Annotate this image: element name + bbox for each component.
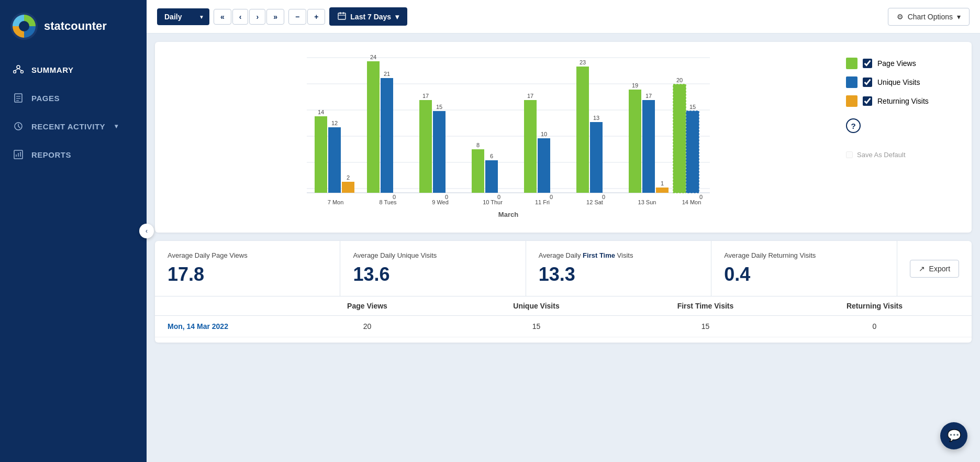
- bar-14mon-pv: [673, 84, 686, 193]
- chart-options-label: Chart Options: [908, 13, 953, 21]
- legend-label-unique-visits: Unique Visits: [877, 78, 920, 86]
- stat-avg-first-time-bold: First Time: [583, 251, 615, 259]
- collapse-icon: ‹: [146, 227, 148, 235]
- svg-text:15: 15: [689, 104, 696, 110]
- bar-7mon-pv: [315, 116, 327, 193]
- svg-text:7 Mon: 7 Mon: [328, 199, 344, 205]
- sidebar: statcounter SUMMARY: [0, 0, 147, 462]
- zoom-out-button[interactable]: −: [288, 9, 306, 25]
- svg-text:15: 15: [436, 104, 442, 110]
- svg-text:21: 21: [384, 71, 390, 77]
- bar-10thur-uv: [485, 160, 498, 193]
- chart-options-button[interactable]: ⚙ Chart Options ▾: [888, 8, 970, 26]
- bar-7mon-ret: [342, 182, 354, 193]
- chart-toolbar: Daily Hourly Weekly Monthly « ‹ › » − +: [147, 0, 980, 34]
- first-button[interactable]: «: [214, 9, 231, 25]
- legend-label-returning-visits: Returning Visits: [877, 97, 929, 105]
- bar-9wed-pv: [419, 100, 432, 193]
- save-as-default: Save As Default: [846, 151, 961, 159]
- export-label: Export: [929, 265, 950, 273]
- help-icon[interactable]: ?: [846, 118, 861, 133]
- bar-13sun-uv: [642, 100, 655, 193]
- zoom-in-button[interactable]: +: [307, 9, 325, 25]
- table-header-returning: Returning Visits: [790, 302, 959, 310]
- save-default-checkbox[interactable]: [846, 151, 853, 158]
- stat-avg-returning: Average Daily Returning Visits 0.4: [711, 241, 897, 296]
- svg-text:1: 1: [661, 180, 664, 186]
- svg-text:24: 24: [370, 54, 376, 60]
- stat-avg-page-views: Average Daily Page Views 17.8: [155, 241, 340, 296]
- data-table: Page Views Unique Visits First Time Visi…: [155, 296, 972, 343]
- sidebar-item-summary[interactable]: SUMMARY: [0, 56, 147, 84]
- pages-icon: [13, 92, 24, 104]
- reports-icon: [13, 149, 24, 160]
- recent-activity-icon: [13, 120, 24, 132]
- svg-text:14: 14: [318, 109, 324, 115]
- prev-button[interactable]: ‹: [232, 9, 249, 25]
- stat-avg-returning-value: 0.4: [724, 263, 884, 285]
- save-default-label: Save As Default: [857, 151, 906, 159]
- sidebar-item-recent-activity[interactable]: RECENT ACTIVITY ▾: [0, 112, 147, 140]
- table-cell-date[interactable]: Mon, 14 Mar 2022: [168, 322, 283, 331]
- chat-icon: 💬: [947, 429, 961, 443]
- table-cell-returning: 0: [790, 322, 959, 331]
- bar-12sat-pv: [576, 67, 589, 193]
- bar-11fri-uv: [538, 138, 550, 193]
- bar-8tues-uv: [381, 78, 393, 193]
- stats-top-row: Average Daily Page Views 17.8 Average Da…: [155, 241, 972, 296]
- legend-checkbox-page-views[interactable]: [863, 59, 872, 68]
- legend-page-views: Page Views: [846, 58, 961, 69]
- svg-text:12: 12: [331, 120, 338, 126]
- legend-checkbox-returning-visits[interactable]: [863, 96, 872, 106]
- svg-point-2: [17, 65, 20, 69]
- export-icon: ↗: [919, 265, 925, 273]
- bar-13sun-pv: [629, 90, 641, 193]
- sidebar-collapse-button[interactable]: ‹: [139, 224, 154, 238]
- stat-avg-first-time-value: 13.3: [539, 263, 698, 285]
- legend-unique-visits: Unique Visits: [846, 76, 961, 88]
- chart-area: 14 12 2 24 21 0 17 15 0: [165, 52, 836, 222]
- date-range-button[interactable]: Last 7 Days ▾: [329, 7, 407, 26]
- svg-text:March: March: [498, 211, 518, 218]
- navigation-buttons: « ‹ › »: [214, 9, 284, 25]
- export-section: ↗ Export: [897, 241, 972, 296]
- chat-button[interactable]: 💬: [940, 422, 967, 449]
- sidebar-item-pages[interactable]: PAGES: [0, 84, 147, 112]
- svg-text:8: 8: [476, 142, 480, 148]
- svg-text:10 Thur: 10 Thur: [483, 199, 503, 205]
- date-range-label: Last 7 Days: [350, 13, 391, 21]
- svg-point-4: [21, 71, 24, 73]
- legend-returning-visits: Returning Visits: [846, 95, 961, 107]
- legend-color-page-views: [846, 58, 858, 69]
- legend-checkbox-unique-visits[interactable]: [863, 78, 872, 87]
- legend-color-returning-visits: [846, 95, 858, 107]
- stat-avg-first-time: Average Daily First Time Visits 13.3: [526, 241, 711, 296]
- bar-9wed-uv: [433, 111, 446, 193]
- bar-7mon-uv: [328, 127, 341, 193]
- svg-rect-16: [338, 13, 346, 19]
- svg-point-1: [19, 21, 29, 31]
- legend-color-unique-visits: [846, 76, 858, 88]
- sidebar-item-reports[interactable]: REPORTS: [0, 140, 147, 169]
- stat-avg-unique-visits-label: Average Daily Unique Visits: [353, 251, 513, 259]
- svg-line-6: [18, 69, 22, 71]
- svg-rect-7: [15, 94, 22, 102]
- last-button[interactable]: »: [266, 9, 284, 25]
- export-button[interactable]: ↗ Export: [910, 260, 959, 278]
- logo-icon: [10, 13, 38, 40]
- svg-text:23: 23: [580, 59, 586, 65]
- svg-text:11 Fri: 11 Fri: [535, 199, 550, 205]
- svg-text:19: 19: [632, 82, 638, 89]
- gear-icon: ⚙: [897, 13, 904, 21]
- chart-container: 14 12 2 24 21 0 17 15 0: [155, 42, 972, 233]
- legend-label-page-views: Page Views: [877, 59, 916, 68]
- svg-text:13: 13: [593, 115, 599, 121]
- svg-text:12 Sat: 12 Sat: [586, 199, 603, 205]
- period-select-wrapper[interactable]: Daily Hourly Weekly Monthly: [157, 8, 209, 25]
- bar-12sat-uv: [590, 122, 603, 193]
- next-button[interactable]: ›: [249, 9, 265, 25]
- table-header-date: [168, 302, 283, 310]
- sidebar-item-pages-label: PAGES: [31, 94, 60, 103]
- period-select[interactable]: Daily Hourly Weekly Monthly: [157, 8, 209, 25]
- summary-icon: [13, 64, 24, 75]
